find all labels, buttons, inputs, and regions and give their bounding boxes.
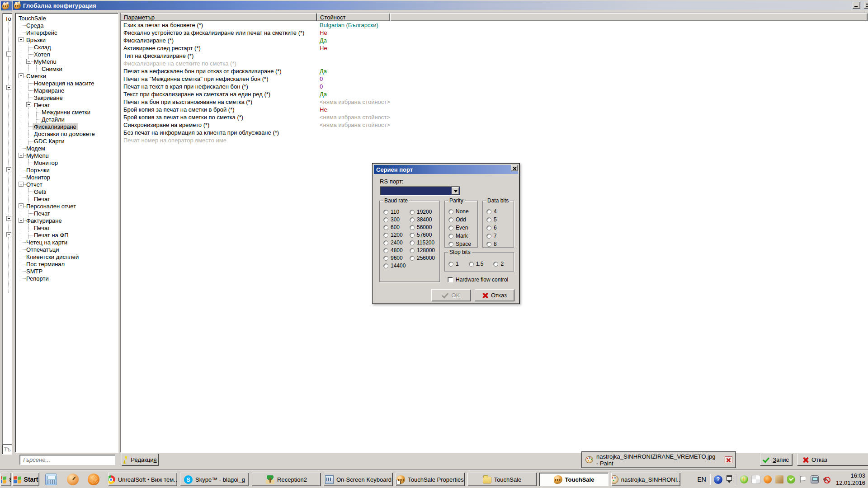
radio-button[interactable]	[410, 233, 415, 238]
parameter-row[interactable]: Печат на "Междинна сметка" при нефискале…	[121, 75, 868, 83]
tree-expand-box[interactable]	[19, 153, 24, 158]
parameter-name[interactable]: Фискално устройство за фискализиране или…	[121, 29, 317, 36]
cancel-button[interactable]: Отказ	[797, 454, 868, 466]
tree-item[interactable]: GDC Карти	[17, 137, 118, 145]
parity-option[interactable]: Odd	[448, 216, 471, 223]
tree-item-label[interactable]: Връзки	[25, 37, 47, 43]
tree-item[interactable]: Монитор	[17, 174, 118, 181]
search-input[interactable]	[2, 444, 12, 455]
tree-item-label[interactable]: Монитор	[25, 174, 52, 181]
baud-rate-option[interactable]: 14400	[383, 262, 406, 269]
radio-button[interactable]	[448, 262, 453, 267]
tree-expand-box[interactable]	[19, 37, 24, 42]
parameter-row[interactable]: Фискално устройство за фискализиране или…	[121, 29, 868, 37]
parameter-name[interactable]: Текст при фискализиране на сметката на е…	[121, 91, 317, 98]
parameter-name[interactable]: Печат номер на оператор вместо име	[121, 137, 317, 144]
baud-rate-option[interactable]: 256000	[410, 254, 435, 262]
tree-item[interactable]: Печат на ФП	[17, 231, 118, 239]
parameter-value[interactable]: <няма избрана стойност>	[317, 99, 507, 105]
tree-item-label[interactable]: GDC Карти	[33, 138, 66, 145]
tree-item[interactable]: Фискализиране	[17, 123, 118, 130]
parameter-value[interactable]: Не	[317, 29, 507, 36]
radio-button[interactable]	[410, 256, 415, 261]
tray-icon-windows[interactable]	[752, 475, 760, 483]
taskbar-button[interactable]: SSkype™ - blagoi_g	[180, 473, 249, 486]
radio-button[interactable]	[448, 234, 453, 239]
tree-item-label[interactable]: SMTP	[25, 268, 44, 275]
tree-item[interactable]: Четец на карти	[17, 239, 118, 246]
tray-icon-orange-sphere[interactable]	[764, 475, 772, 483]
tree-item[interactable]: TouchSale	[17, 14, 118, 22]
dialog-titlebar[interactable]: Сериен порт	[374, 165, 518, 174]
parameter-row[interactable]: Тип на фискализиране (*)	[121, 52, 868, 60]
tree-item[interactable]: Пос терминал	[17, 260, 118, 267]
tray-icon-shield-check[interactable]	[787, 475, 795, 483]
tree-expand-box[interactable]	[19, 218, 24, 223]
parameter-row[interactable]: Език за печат на боновете (*)Bulgarian (…	[121, 21, 868, 29]
tree-item-label[interactable]: Фискализиране	[33, 123, 78, 130]
stop-bits-option[interactable]: 1.5	[469, 260, 484, 267]
tree-item-label[interactable]: Печат	[33, 196, 52, 202]
parameter-row[interactable]: Печат на текст в края при нефискален бон…	[121, 83, 868, 90]
tree-item[interactable]: Връзки	[17, 36, 118, 43]
taskbar-button[interactable]: TouchSale	[467, 473, 537, 486]
tree-item-label[interactable]: Хотел	[33, 51, 52, 58]
tree-item[interactable]: Среда	[17, 22, 118, 29]
parameter-name[interactable]: Брой копия за печат на сметки в брой (*)	[121, 106, 317, 113]
parameter-name[interactable]: Активиране след рестарт (*)	[121, 45, 317, 52]
parameter-value[interactable]: <няма избрана стойност>	[317, 122, 507, 128]
tree-item-label[interactable]: Отпечатъци	[25, 246, 60, 253]
tree-item[interactable]: Печат	[17, 224, 118, 231]
radio-button[interactable]	[383, 240, 388, 245]
radio-button[interactable]	[448, 225, 453, 230]
tree-item-label[interactable]: Монитор	[33, 160, 59, 166]
parameter-value[interactable]: Да	[317, 68, 507, 75]
taskbar-button[interactable]: TouchSale	[539, 473, 609, 486]
tree-item-label[interactable]: Интерфейс	[25, 29, 58, 36]
tree-item[interactable]: Фактуриране	[17, 217, 118, 224]
baud-rate-option[interactable]: 38400	[410, 216, 435, 223]
language-indicator[interactable]: EN	[697, 476, 706, 483]
tray-expand-icon[interactable]	[726, 475, 732, 484]
tree-item[interactable]: Модем	[17, 145, 118, 152]
parameter-row[interactable]: Без печат на информация за клиента при о…	[121, 129, 868, 136]
tree-expand-box[interactable]	[6, 216, 11, 221]
baud-rate-option[interactable]: 300	[383, 216, 406, 223]
parameter-row[interactable]: Печат номер на оператор вместо име	[121, 136, 868, 144]
taskbar-button[interactable]: UnrealSoft • Виж тем...	[108, 473, 177, 486]
radio-button[interactable]	[486, 225, 491, 230]
data-bits-option[interactable]: 4	[486, 208, 497, 215]
tree-item-label[interactable]: Снимки	[40, 66, 64, 72]
tree-item[interactable]: Детайли	[17, 116, 118, 123]
baud-rate-option[interactable]: 600	[383, 224, 406, 231]
radio-button[interactable]	[486, 234, 491, 239]
parameter-row[interactable]: Активиране след рестарт (*)Не	[121, 44, 868, 52]
tree-expand-box[interactable]	[19, 203, 24, 208]
maximize-button[interactable]	[864, 2, 868, 9]
tree-item[interactable]: Номерация на масите	[17, 80, 118, 87]
chevron-down-icon[interactable]	[452, 187, 459, 195]
parameter-row[interactable]: Печат на бон при възстановяване на сметк…	[121, 98, 868, 106]
orange-sphere-icon[interactable]	[88, 474, 99, 485]
radio-button[interactable]	[383, 210, 388, 215]
radio-button[interactable]	[383, 256, 388, 261]
search-input[interactable]	[19, 455, 115, 465]
parameter-name[interactable]: Тип на фискализиране (*)	[121, 52, 317, 59]
radio-button[interactable]	[383, 263, 388, 268]
parameter-name[interactable]: Печат на бон при възстановяване на сметк…	[121, 99, 317, 105]
tree-expand-box[interactable]	[6, 85, 11, 90]
tree-item[interactable]: Хотел	[17, 51, 118, 58]
parameter-row[interactable]: Брой копия за печат на сметки по сметка …	[121, 113, 868, 121]
tree-item-label[interactable]: Отчет	[25, 181, 44, 188]
tree-item[interactable]: Персонален отчет	[17, 202, 118, 210]
titlebar[interactable]: Глобална конфигурация	[13, 1, 868, 10]
save-button[interactable]: Запис	[760, 454, 793, 466]
tree-expand-box[interactable]	[26, 59, 31, 64]
radio-button[interactable]	[486, 217, 491, 222]
dialog-cancel-button[interactable]: Отказ	[475, 289, 514, 301]
tree-item[interactable]: MyMenu	[17, 152, 118, 159]
tree-item[interactable]: Печат	[17, 101, 118, 108]
tree-item[interactable]: Доставки по домовете	[17, 130, 118, 137]
tree-item-label[interactable]: Сметки	[25, 73, 47, 80]
tree-item-label[interactable]: Склад	[33, 44, 52, 51]
